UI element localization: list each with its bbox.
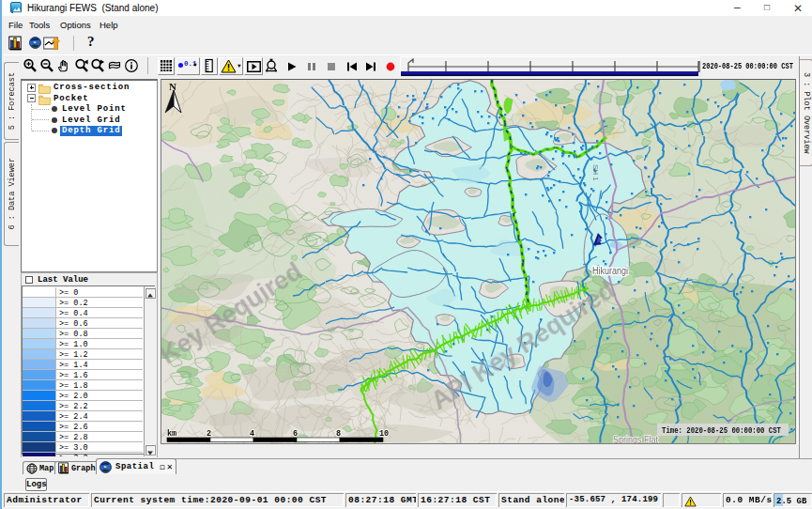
svg-text:km: km	[167, 429, 176, 439]
svg-text:10: 10	[379, 429, 389, 439]
svg-text:8: 8	[336, 429, 341, 439]
svg-text:4: 4	[250, 429, 254, 439]
svg-text:Time: 2020-08-25 00:00:00 CST: Time: 2020-08-25 00:00:00 CST	[662, 426, 781, 436]
svg-text:N: N	[169, 81, 176, 92]
svg-text:Hikurangi: Hikurangi	[592, 266, 628, 276]
svg-text:6: 6	[293, 429, 298, 439]
svg-text:Springs Flat: Springs Flat	[613, 434, 658, 443]
svg-text:2: 2	[207, 429, 211, 439]
svg-text:SH 1: SH 1	[591, 164, 600, 181]
